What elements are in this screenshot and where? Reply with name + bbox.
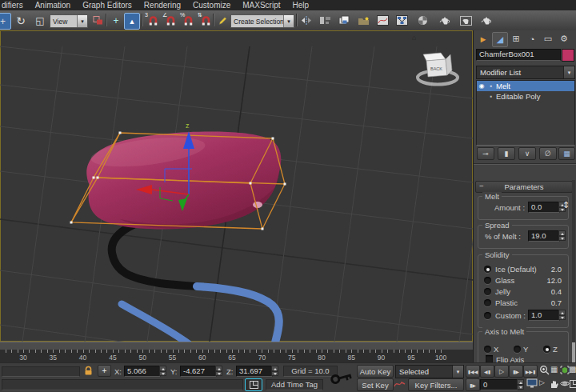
menu-animation[interactable]: Animation — [35, 1, 70, 10]
menu-rendering[interactable]: Rendering — [144, 1, 181, 10]
viewcube[interactable]: BACK — [418, 53, 458, 85]
named-selection-set-dropdown[interactable]: Create Selection Se ▾ — [230, 14, 294, 28]
parameters-rollout-header[interactable]: − Parameters — [475, 181, 573, 193]
frame-spinner[interactable] — [517, 379, 524, 390]
menu-maxscript[interactable]: MAXScript — [242, 1, 280, 10]
tab-display[interactable]: ▭ — [541, 32, 555, 46]
named-selection-sets-icon[interactable] — [215, 13, 231, 28]
x-coord-spinner[interactable] — [159, 366, 166, 376]
perspective-viewport[interactable]: z BACK ⌂ — [0, 30, 473, 342]
add-time-tag[interactable]: Add Time Tag — [266, 379, 323, 390]
select-manipulate-icon[interactable]: + — [108, 13, 124, 28]
z-coord-spinner[interactable] — [271, 366, 278, 376]
custom-field[interactable]: 1.0 — [528, 310, 560, 321]
remove-modifier-button[interactable]: ∅ — [539, 147, 557, 160]
previous-frame-button[interactable]: ◀▮ — [480, 365, 494, 378]
radio-plastic[interactable] — [484, 299, 491, 306]
radio-axis-y[interactable] — [514, 346, 521, 353]
spline-tube[interactable] — [112, 214, 279, 342]
orbit-icon[interactable] — [560, 378, 570, 389]
isolate-selection-toggle[interactable] — [245, 378, 262, 391]
x-coord-field[interactable]: 5.066 — [124, 366, 161, 377]
stack-item-editable-poly[interactable]: ▪ Editable Poly — [477, 91, 574, 102]
track-bar[interactable]: 3035404550556065707580859095100 — [0, 350, 473, 362]
viewcube-home-icon[interactable]: ⌂ — [412, 34, 416, 42]
selection-lock-icon[interactable] — [83, 366, 94, 376]
maximize-viewport-toggle[interactable] — [570, 380, 576, 388]
menu-customize[interactable]: Customize — [193, 1, 230, 10]
panel-scrollbar-thumb[interactable] — [572, 342, 575, 364]
tab-motion[interactable]: ◔ — [525, 32, 539, 46]
play-button[interactable]: ▷ — [494, 365, 509, 378]
key-mode-toggle[interactable]: ▮▶ — [466, 378, 480, 391]
pct-of-melt-spinner[interactable] — [558, 230, 566, 241]
zoom-extents-all-icon[interactable]: ▩ — [569, 365, 576, 374]
radio-axis-z[interactable] — [543, 346, 550, 353]
angle-snap-icon[interactable]: ∠ — [162, 13, 178, 28]
layer-manager-icon[interactable] — [336, 13, 352, 28]
select-move-icon[interactable]: + — [0, 13, 11, 30]
collapse-icon[interactable]: − — [479, 182, 484, 190]
pan-hand-icon[interactable] — [549, 378, 559, 389]
tab-create[interactable]: ► — [476, 32, 490, 46]
flip-axis-checkbox[interactable] — [486, 355, 493, 362]
y-coord-field[interactable]: -4.627 — [180, 366, 217, 377]
reference-coordsys-dropdown[interactable]: View ▾ — [50, 14, 88, 28]
radio-jelly[interactable] — [484, 288, 491, 295]
make-unique-button[interactable]: ∨ — [518, 147, 536, 160]
modifier-stack[interactable]: ◉ ▪ Melt ▪ Editable Poly — [476, 80, 575, 146]
selection-filter-dropdown[interactable]: Selected ▾ — [395, 365, 464, 378]
object-name-field[interactable]: ChamferBox001 — [476, 49, 561, 61]
current-frame-field[interactable]: 0 — [480, 379, 518, 390]
curve-editor-icon[interactable] — [374, 13, 390, 28]
tab-hierarchy[interactable]: ⊞ — [509, 32, 523, 46]
key-filters-button[interactable]: Key Filters... — [408, 378, 464, 391]
align-icon[interactable] — [317, 13, 333, 28]
tab-utilities[interactable]: ⚙ — [557, 32, 571, 46]
field-of-view-icon[interactable]: ▷ — [539, 378, 545, 386]
default-in-out-tangents-icon[interactable] — [394, 379, 406, 389]
go-to-start-button[interactable]: ▮◀◀ — [466, 365, 480, 378]
zoom-icon[interactable] — [539, 365, 550, 376]
zoom-all-icon[interactable]: ▦ — [550, 365, 558, 374]
time-configuration-icon[interactable] — [526, 378, 538, 389]
graphite-ribbon-icon[interactable] — [355, 13, 371, 28]
auto-key-button[interactable]: Auto Key — [357, 365, 394, 378]
stack-item-melt[interactable]: ◉ ▪ Melt — [477, 81, 574, 91]
schematic-view-icon[interactable] — [394, 13, 410, 28]
keyboard-override-icon[interactable]: ▲ — [124, 13, 140, 30]
set-key-button[interactable]: Set Key — [357, 378, 394, 391]
rendered-frame-window-icon[interactable] — [458, 13, 474, 28]
y-coord-spinner[interactable] — [215, 366, 222, 376]
object-color-swatch[interactable] — [562, 49, 574, 62]
select-scale-icon[interactable]: ◱ — [32, 13, 48, 28]
panel-scrollbar[interactable] — [572, 180, 575, 364]
menu-modifiers[interactable]: difiers — [2, 1, 23, 10]
spinner-snap-icon[interactable]: ⇅ — [198, 13, 214, 28]
select-rotate-icon[interactable]: ↻ — [13, 13, 29, 28]
visibility-bulb-icon[interactable]: ◉ — [477, 82, 486, 90]
use-pivot-center-icon[interactable] — [90, 13, 106, 28]
amount-field[interactable]: 0.0 — [528, 202, 560, 213]
go-to-end-button[interactable]: ▶▶▮ — [523, 365, 538, 378]
radio-ice[interactable] — [484, 266, 491, 273]
radio-custom[interactable] — [484, 312, 491, 319]
render-setup-icon[interactable] — [437, 13, 453, 28]
chevron-down-icon[interactable]: ▾ — [77, 15, 87, 27]
next-frame-button[interactable]: ▮▶ — [509, 365, 523, 378]
custom-spinner[interactable] — [558, 310, 566, 320]
chevron-down-icon[interactable]: ▾ — [563, 66, 574, 78]
pin-stack-button[interactable]: ⊸ — [477, 147, 494, 160]
mirror-icon[interactable] — [298, 13, 314, 28]
show-end-result-button[interactable]: ▮ — [498, 147, 515, 160]
transform-typein-toggle[interactable]: + — [98, 365, 111, 377]
tube-blue-segment[interactable] — [197, 286, 279, 342]
configure-modifier-sets-button[interactable]: ▦ — [558, 147, 575, 160]
chevron-down-icon[interactable]: ▾ — [283, 15, 294, 27]
render-production-icon[interactable] — [478, 13, 494, 28]
set-key-key-icon[interactable] — [330, 366, 354, 390]
percent-snap-icon[interactable]: % — [180, 13, 196, 28]
pct-of-melt-field[interactable]: 19.0 — [528, 230, 560, 242]
radio-glass[interactable] — [484, 277, 491, 284]
snap-toggle-3d-icon[interactable]: 3 — [145, 13, 161, 28]
